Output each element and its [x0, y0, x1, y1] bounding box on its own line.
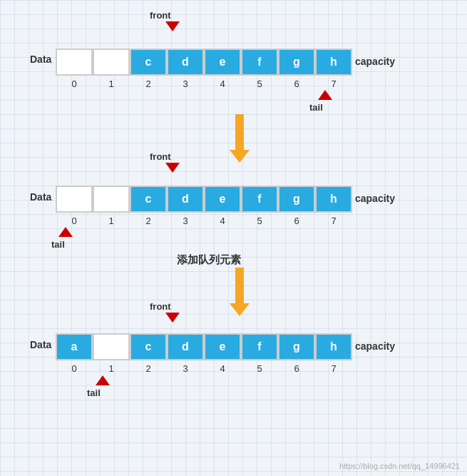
cell-1-3: d	[167, 49, 204, 76]
front-arrow-2	[165, 163, 180, 173]
index-row-1: 0 1 2 3 4 5 6 7	[56, 79, 352, 89]
data-label-2: Data	[30, 191, 51, 203]
front-label-1: front	[150, 10, 171, 21]
big-arrow-head-1	[230, 150, 250, 163]
index-1-3: 3	[167, 79, 204, 89]
cell-2-6: g	[278, 186, 315, 213]
cell-1-6: g	[278, 49, 315, 76]
cell-3-3: d	[167, 333, 204, 360]
index-3-0: 0	[56, 363, 93, 374]
index-3-5: 5	[241, 363, 278, 374]
tail-label-1: tail	[309, 102, 323, 113]
index-2-4: 4	[204, 216, 241, 226]
cell-3-1	[93, 333, 130, 360]
data-label-3: Data	[30, 339, 51, 350]
index-1-0: 0	[56, 79, 93, 89]
big-arrow-2	[230, 268, 250, 316]
cell-2-2: c	[130, 186, 167, 213]
cell-2-4: e	[204, 186, 241, 213]
tail-label-3: tail	[87, 388, 101, 398]
big-arrow-shaft-1	[235, 114, 244, 150]
cell-2-0	[56, 186, 93, 213]
index-2-1: 1	[93, 216, 130, 226]
cell-1-7: h	[315, 49, 352, 76]
index-3-3: 3	[167, 363, 204, 374]
cell-3-6: g	[278, 333, 315, 360]
cell-2-1	[93, 186, 130, 213]
index-1-5: 5	[241, 79, 278, 89]
tail-label-2: tail	[51, 239, 65, 250]
index-2-7: 7	[315, 216, 352, 226]
index-2-6: 6	[278, 216, 315, 226]
cell-3-5: f	[241, 333, 278, 360]
index-row-3: 0 1 2 3 4 5 6 7	[56, 363, 352, 374]
capacity-label-2: capacity	[355, 193, 395, 204]
array-row-2: c d e f g h	[56, 186, 352, 213]
watermark: https://blog.csdn.net/qq_14996421	[339, 462, 460, 470]
cell-1-2: c	[130, 49, 167, 76]
cell-1-4: e	[204, 49, 241, 76]
index-2-3: 3	[167, 216, 204, 226]
index-2-0: 0	[56, 216, 93, 226]
array-row-1: c d e f g h	[56, 49, 352, 76]
index-3-7: 7	[315, 363, 352, 374]
index-2-2: 2	[130, 216, 167, 226]
cell-1-0	[56, 49, 93, 76]
cell-3-4: e	[204, 333, 241, 360]
index-2-5: 5	[241, 216, 278, 226]
cell-2-5: f	[241, 186, 278, 213]
cell-3-2: c	[130, 333, 167, 360]
big-arrow-shaft-2	[235, 268, 244, 303]
index-1-4: 4	[204, 79, 241, 89]
index-1-1: 1	[93, 79, 130, 89]
index-1-7: 7	[315, 79, 352, 89]
cell-3-0: a	[56, 333, 93, 360]
front-arrow-3	[165, 313, 180, 323]
index-3-1: 1	[93, 363, 130, 374]
cell-1-1	[93, 49, 130, 76]
cell-2-3: d	[167, 186, 204, 213]
index-3-2: 2	[130, 363, 167, 374]
cell-3-7: h	[315, 333, 352, 360]
cell-1-5: f	[241, 49, 278, 76]
capacity-label-3: capacity	[355, 340, 395, 352]
data-label-1: Data	[30, 54, 51, 65]
front-label-3: front	[150, 301, 171, 312]
index-1-6: 6	[278, 79, 315, 89]
front-label-2: front	[150, 151, 171, 162]
capacity-label-1: capacity	[355, 56, 395, 67]
tail-arrow-3	[96, 375, 110, 385]
tail-arrow-1	[318, 90, 332, 100]
big-arrow-1	[230, 114, 250, 163]
index-1-2: 2	[130, 79, 167, 89]
tail-arrow-2	[58, 227, 73, 237]
index-row-2: 0 1 2 3 4 5 6 7	[56, 216, 352, 226]
big-arrow-head-2	[230, 303, 250, 316]
annotation-text: 添加队列元素	[177, 253, 241, 267]
front-arrow-1	[165, 21, 180, 31]
index-3-4: 4	[204, 363, 241, 374]
index-3-6: 6	[278, 363, 315, 374]
array-row-3: a c d e f g h	[56, 333, 352, 360]
cell-2-7: h	[315, 186, 352, 213]
